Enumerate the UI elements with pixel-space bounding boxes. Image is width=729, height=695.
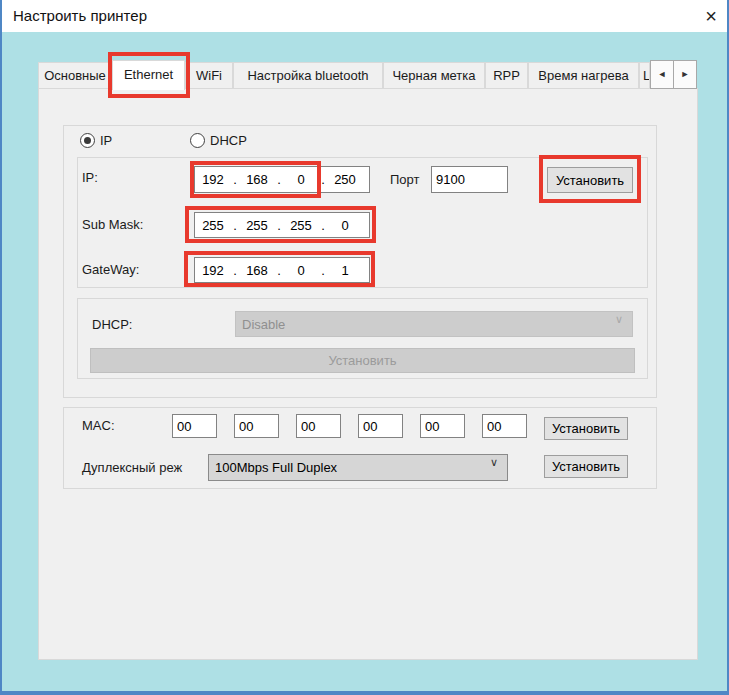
port-input[interactable]: [431, 166, 508, 193]
mac-input-6[interactable]: [482, 414, 527, 438]
ip-octet-2[interactable]: 168: [239, 172, 275, 187]
title-bar: Настроить принтер ×: [2, 0, 727, 32]
octet-dot: .: [231, 172, 239, 187]
mac-input-3[interactable]: [296, 414, 341, 438]
tab-black-mark[interactable]: Черная метка: [383, 62, 485, 89]
tab-ethernet[interactable]: Ethernet: [112, 60, 185, 90]
submask-octet-2[interactable]: 255: [239, 218, 275, 233]
ip-octet-3[interactable]: 0: [283, 172, 319, 187]
set-ip-button[interactable]: Установить: [547, 167, 633, 193]
dhcp-label: DHCP:: [92, 317, 132, 332]
ip-address-field[interactable]: 192.168.0.250: [194, 166, 370, 193]
mac-input-2[interactable]: [234, 414, 279, 438]
gateway-octet-1[interactable]: 192: [195, 263, 231, 278]
submask-octet-3[interactable]: 255: [283, 218, 319, 233]
duplex-select[interactable]: 100Mbps Full Duplex ∨: [208, 454, 508, 481]
tab-scroll-right-icon[interactable]: ►: [673, 60, 697, 89]
dhcp-select: Disable ∨: [235, 311, 633, 337]
tab-wifi[interactable]: WiFi: [185, 62, 233, 89]
port-label: Порт: [390, 172, 419, 187]
octet-dot: .: [319, 218, 327, 233]
submask-octet-1[interactable]: 255: [195, 218, 231, 233]
gateway-octet-4[interactable]: 1: [327, 263, 363, 278]
octet-dot: .: [319, 263, 327, 278]
duplex-label: Дуплексный реж: [82, 460, 182, 475]
gateway-octet-2[interactable]: 168: [239, 263, 275, 278]
set-mac-button[interactable]: Установить: [544, 417, 628, 440]
submask-octet-4[interactable]: 0: [327, 218, 363, 233]
octet-dot: .: [275, 172, 283, 187]
mac-label: MAC:: [82, 418, 115, 433]
dialog-title: Настроить принтер: [13, 0, 147, 32]
tab-bluetooth[interactable]: Настройка bluetooth: [233, 62, 383, 89]
duplex-select-value: 100Mbps Full Duplex: [215, 460, 337, 475]
dhcp-mode-label: DHCP: [210, 133, 247, 148]
submask-label: Sub Mask:: [82, 217, 143, 232]
close-icon[interactable]: ×: [696, 1, 726, 31]
gateway-octet-3[interactable]: 0: [283, 263, 319, 278]
mac-input-4[interactable]: [358, 414, 403, 438]
tab-rpp[interactable]: RPP: [485, 62, 528, 89]
tab-scroll-left-icon[interactable]: ◄: [650, 60, 674, 89]
submask-field[interactable]: 255.255.255.0: [194, 212, 370, 238]
tab-heat-time[interactable]: Время нагрева: [528, 62, 639, 89]
octet-dot: .: [231, 263, 239, 278]
ip-octet-4[interactable]: 250: [327, 172, 363, 187]
mac-input-5[interactable]: [420, 414, 465, 438]
printer-settings-dialog: Настроить принтер × Основные Ethernet Wi…: [0, 0, 729, 695]
ip-mode-label: IP: [100, 133, 112, 148]
ip-label: IP:: [82, 170, 98, 185]
chevron-down-icon: ∨: [615, 313, 623, 326]
octet-dot: .: [275, 263, 283, 278]
tab-truncated[interactable]: L: [639, 62, 650, 89]
ip-octet-1[interactable]: 192: [195, 172, 231, 187]
gateway-label: GateWay:: [82, 262, 139, 277]
dhcp-mode-radio[interactable]: [190, 133, 205, 148]
octet-dot: .: [275, 218, 283, 233]
chevron-down-icon: ∨: [490, 456, 498, 469]
set-duplex-button[interactable]: Установить: [544, 455, 628, 478]
tab-osnovnye[interactable]: Основные: [38, 62, 112, 89]
ip-mode-radio[interactable]: [80, 133, 95, 148]
mac-input-1[interactable]: [172, 414, 217, 438]
octet-dot: .: [319, 172, 327, 187]
gateway-field[interactable]: 192.168.0.1: [194, 257, 370, 283]
set-dhcp-button: Установить: [90, 348, 635, 373]
dhcp-select-value: Disable: [242, 317, 285, 332]
octet-dot: .: [231, 218, 239, 233]
